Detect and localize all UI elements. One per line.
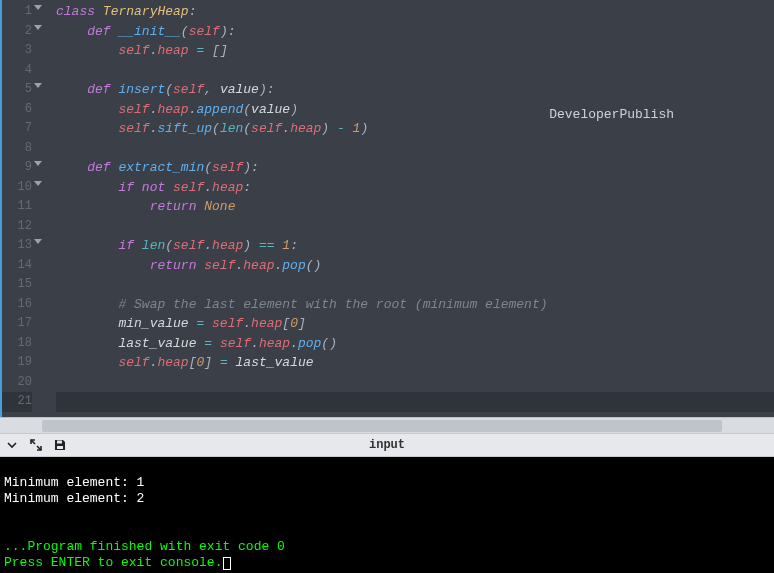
line-number: 10 [2,178,32,198]
scrollbar-thumb[interactable] [42,420,722,432]
code-line: if not self.heap: [56,178,774,198]
fold-icon[interactable] [34,25,42,30]
line-number: 8 [2,139,32,159]
line-number: 20 [2,373,32,393]
line-number: 12 [2,217,32,237]
fold-icon[interactable] [34,239,42,244]
code-line: def __init__(self): [56,22,774,42]
line-number: 17 [2,314,32,334]
code-area[interactable]: class TernaryHeap: def __init__(self): s… [38,0,774,417]
line-number: 7 [2,119,32,139]
line-number: 9 [2,158,32,178]
code-line: class TernaryHeap: [56,2,774,22]
code-editor[interactable]: 123456789101112131415161718192021 class … [0,0,774,417]
line-number: 6 [2,100,32,120]
line-number: 3 [2,41,32,61]
watermark: DeveloperPublish [549,107,674,122]
code-line: if len(self.heap) == 1: [56,236,774,256]
line-number: 11 [2,197,32,217]
svg-rect-0 [57,441,62,444]
line-number: 18 [2,334,32,354]
code-line: last_value = self.heap.pop() [56,334,774,354]
console-toolbar: input [0,433,774,457]
line-number: 15 [2,275,32,295]
line-number: 13 [2,236,32,256]
fold-icon[interactable] [34,5,42,10]
cursor-icon [223,557,231,570]
console-exit-line: ...Program finished with exit code 0 [4,539,285,554]
console-prompt-line: Press ENTER to exit console. [4,555,222,570]
line-number: 1 [2,2,32,22]
code-line [56,61,774,81]
line-number: 2 [2,22,32,42]
line-number: 16 [2,295,32,315]
line-number: 14 [2,256,32,276]
line-number: 19 [2,353,32,373]
fold-icon[interactable] [34,83,42,88]
code-line: # Swap the last element with the root (m… [56,295,774,315]
console-line: Minimum element: 2 [4,491,144,506]
console-output[interactable]: Minimum element: 1 Minimum element: 2 ..… [0,457,774,573]
save-icon[interactable] [48,433,72,457]
line-gutter: 123456789101112131415161718192021 [0,0,38,417]
code-line: return self.heap.pop() [56,256,774,276]
svg-rect-1 [57,446,63,449]
horizontal-scrollbar[interactable] [0,417,774,433]
fold-icon[interactable] [34,161,42,166]
code-line: self.heap = [] [56,41,774,61]
code-line [56,392,774,412]
code-line: self.heap[0] = last_value [56,353,774,373]
code-line: min_value = self.heap[0] [56,314,774,334]
code-line [56,275,774,295]
code-line [56,139,774,159]
console-line: Minimum element: 1 [4,475,144,490]
line-number: 4 [2,61,32,81]
code-line: def insert(self, value): [56,80,774,100]
line-number: 21 [2,392,32,412]
fold-icon[interactable] [34,181,42,186]
chevron-down-icon[interactable] [0,433,24,457]
code-line [56,217,774,237]
line-number: 5 [2,80,32,100]
code-line: def extract_min(self): [56,158,774,178]
console-tab-label: input [369,438,405,452]
code-line: return None [56,197,774,217]
code-line [56,373,774,393]
expand-icon[interactable] [24,433,48,457]
